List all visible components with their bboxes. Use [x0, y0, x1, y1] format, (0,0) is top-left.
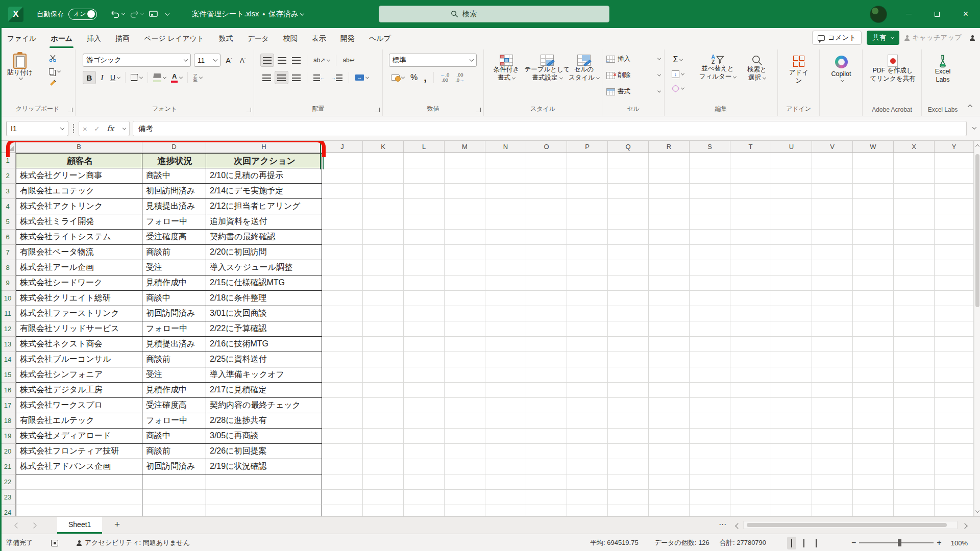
cell-Q21[interactable] — [608, 459, 649, 474]
cell-W4[interactable] — [853, 199, 894, 214]
cell-M13[interactable] — [445, 337, 485, 352]
fill-button[interactable]: ↓ — [670, 68, 686, 80]
status-mode[interactable]: 準備完了 — [6, 534, 33, 551]
cell-Y7[interactable] — [935, 245, 974, 260]
cell-K6[interactable] — [363, 230, 404, 245]
cell-W7[interactable] — [853, 245, 894, 260]
cell-M4[interactable] — [445, 199, 485, 214]
cell-J12[interactable] — [322, 321, 363, 337]
cell-K7[interactable] — [363, 245, 404, 260]
cell-L1[interactable] — [404, 153, 445, 168]
cell-T9[interactable] — [730, 276, 771, 291]
cell-W13[interactable] — [853, 337, 894, 352]
zoom-slider-thumb[interactable] — [898, 539, 901, 546]
cell-U16[interactable] — [771, 383, 812, 398]
cell-B20[interactable]: 株式会社フロンティア技研 — [16, 444, 142, 459]
cell-J13[interactable] — [322, 337, 363, 352]
cell-R10[interactable] — [649, 291, 690, 306]
cell-J14[interactable] — [322, 352, 363, 367]
cell-V19[interactable] — [812, 429, 853, 444]
insert-cells-button[interactable]: ← 挿入 — [606, 55, 662, 63]
cell-B6[interactable]: 株式会社ライトシステム — [16, 230, 142, 245]
cell-U9[interactable] — [771, 276, 812, 291]
vertical-scrollbar[interactable] — [974, 141, 980, 516]
cell-N20[interactable] — [485, 444, 526, 459]
cell-O7[interactable] — [526, 245, 567, 260]
cell-L7[interactable] — [404, 245, 445, 260]
worksheet-grid[interactable]: BDHJKLMNOPQRSTUVWXY1顧客名進捗状況次回アクション2株式会社グ… — [0, 141, 974, 516]
cell-N5[interactable] — [485, 214, 526, 230]
cell-W12[interactable] — [853, 321, 894, 337]
cell-Y11[interactable] — [935, 306, 974, 321]
cell-J16[interactable] — [322, 383, 363, 398]
autosave-toggle[interactable]: オン — [68, 9, 97, 20]
cell-K21[interactable] — [363, 459, 404, 474]
align-middle-button[interactable] — [276, 54, 288, 67]
row-header-12[interactable]: 12 — [0, 321, 16, 337]
cell-V23[interactable] — [812, 490, 853, 505]
cell-J10[interactable] — [322, 291, 363, 306]
cell-S1[interactable] — [690, 153, 730, 168]
cell-Y1[interactable] — [935, 153, 974, 168]
cell-H5[interactable]: 追加資料を送付 — [206, 214, 322, 230]
cell-O5[interactable] — [526, 214, 567, 230]
column-header-M[interactable]: M — [445, 141, 485, 153]
align-top-button[interactable] — [260, 54, 274, 67]
cell-M2[interactable] — [445, 168, 485, 184]
cell-V7[interactable] — [812, 245, 853, 260]
cell-R9[interactable] — [649, 276, 690, 291]
column-header-Q[interactable]: Q — [608, 141, 649, 153]
search-box[interactable]: 検索 — [379, 6, 609, 22]
cell-O1[interactable] — [526, 153, 567, 168]
cell-M21[interactable] — [445, 459, 485, 474]
cell-J17[interactable] — [322, 398, 363, 413]
font-name-combo[interactable]: 游ゴシック — [83, 54, 191, 67]
find-select-button[interactable]: 検索と 選択 — [740, 55, 774, 82]
cell-L17[interactable] — [404, 398, 445, 413]
cell-H15[interactable]: 導入準備キックオフ — [206, 367, 322, 383]
cell-T17[interactable] — [730, 398, 771, 413]
cell-X11[interactable] — [894, 306, 935, 321]
cell-H4[interactable]: 2/12に担当者ヒアリング — [206, 199, 322, 214]
cell-R16[interactable] — [649, 383, 690, 398]
cell-Q15[interactable] — [608, 367, 649, 383]
align-bottom-button[interactable] — [290, 54, 303, 67]
cell-P5[interactable] — [567, 214, 608, 230]
cell-O12[interactable] — [526, 321, 567, 337]
cell-J15[interactable] — [322, 367, 363, 383]
cell-L18[interactable] — [404, 413, 445, 429]
page-layout-view-button[interactable] — [799, 537, 808, 549]
cell-D19[interactable]: 商談中 — [142, 429, 206, 444]
zoom-out-button[interactable]: − — [851, 538, 856, 547]
cell-Y4[interactable] — [935, 199, 974, 214]
cell-P10[interactable] — [567, 291, 608, 306]
cell-S18[interactable] — [690, 413, 730, 429]
cell-L3[interactable] — [404, 184, 445, 199]
cell-J19[interactable] — [322, 429, 363, 444]
cell-W8[interactable] — [853, 260, 894, 276]
cell-U10[interactable] — [771, 291, 812, 306]
cell-L21[interactable] — [404, 459, 445, 474]
cell-W11[interactable] — [853, 306, 894, 321]
cell-V3[interactable] — [812, 184, 853, 199]
cell-R20[interactable] — [649, 444, 690, 459]
cell-Y17[interactable] — [935, 398, 974, 413]
cell-D13[interactable]: 見積提出済み — [142, 337, 206, 352]
cell-W21[interactable] — [853, 459, 894, 474]
status-sum[interactable]: 合計: 27780790 — [720, 534, 766, 551]
cell-Q10[interactable] — [608, 291, 649, 306]
ribbon-tab-表示[interactable]: 表示 — [305, 28, 333, 49]
cell-N19[interactable] — [485, 429, 526, 444]
cell-T19[interactable] — [730, 429, 771, 444]
cell-K10[interactable] — [363, 291, 404, 306]
cell-O20[interactable] — [526, 444, 567, 459]
cell-Q12[interactable] — [608, 321, 649, 337]
cell-P7[interactable] — [567, 245, 608, 260]
cell-O10[interactable] — [526, 291, 567, 306]
catchup-button[interactable]: キャッチアップ — [904, 33, 962, 42]
cell-X6[interactable] — [894, 230, 935, 245]
decrease-font-button[interactable]: Aˇ — [238, 54, 248, 67]
cell-H10[interactable]: 2/18に条件整理 — [206, 291, 322, 306]
column-header-O[interactable]: O — [526, 141, 567, 153]
align-left-button[interactable] — [260, 71, 273, 84]
